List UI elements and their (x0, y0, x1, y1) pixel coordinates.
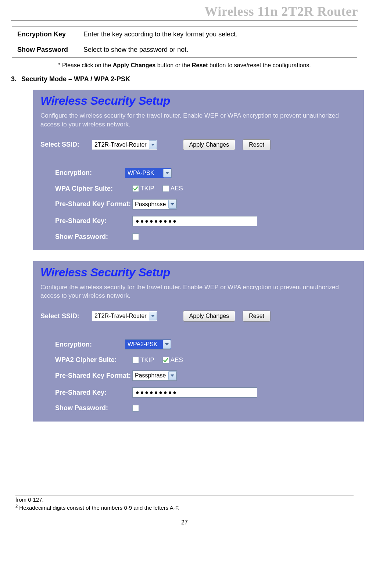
show-password-checkbox[interactable] (132, 233, 139, 240)
apply-changes-button[interactable]: Apply Changes (183, 139, 236, 150)
screenshot-panel-wpa: Wireless Security Setup Configure the wi… (33, 90, 364, 250)
cipher-label: WPA2 Cipher Suite: (40, 356, 132, 364)
tkip-label: TKIP (140, 356, 154, 364)
def-label: Encryption Key (12, 27, 78, 42)
def-desc: Enter the key according to the key forma… (78, 27, 357, 42)
show-password-checkbox[interactable] (132, 405, 139, 412)
chevron-down-icon (168, 200, 176, 209)
panel-title: Wireless Security Setup (40, 94, 357, 108)
chevron-down-icon (163, 340, 171, 349)
chevron-down-icon (149, 140, 157, 149)
screenshot-panel-wpa2: Wireless Security Setup Configure the wi… (33, 261, 364, 422)
ssid-select[interactable]: 2T2R-Travel-Router (92, 311, 157, 321)
psk-format-label: Pre-Shared Key Format: (40, 200, 132, 208)
reset-button[interactable]: Reset (243, 311, 271, 322)
table-row: Show Password Select to show the passwor… (12, 42, 357, 58)
ssid-select[interactable]: 2T2R-Travel-Router (92, 140, 157, 150)
ssid-label: Select SSID: (40, 141, 92, 148)
footnote-line: 2 Hexadecimal digits consist of the numb… (15, 503, 354, 512)
psk-input[interactable]: ●●●●●●●●● (132, 387, 257, 398)
chevron-down-icon (168, 371, 176, 380)
panel-description: Configure the wireless security for the … (40, 111, 357, 129)
def-label: Show Password (12, 42, 78, 58)
def-desc: Select to show the password or not. (78, 42, 357, 58)
tkip-label: TKIP (140, 185, 154, 192)
reset-button[interactable]: Reset (243, 139, 271, 150)
encryption-select[interactable]: WPA2-PSK (125, 339, 171, 349)
psk-format-select[interactable]: Passphrase (132, 199, 177, 209)
panel-title: Wireless Security Setup (40, 266, 357, 279)
show-password-label: Show Password: (40, 404, 132, 412)
table-row: Encryption Key Enter the key according t… (12, 27, 357, 42)
cipher-label: WPA Cipher Suite: (40, 185, 132, 193)
chevron-down-icon (163, 169, 171, 178)
aes-checkbox[interactable] (162, 185, 169, 192)
aes-label: AES (171, 356, 183, 364)
note-text: * Please click on the Apply Changes butt… (11, 62, 358, 69)
psk-label: Pre-Shared Key: (40, 217, 132, 225)
show-password-label: Show Password: (40, 233, 132, 241)
psk-format-label: Pre-Shared Key Format: (40, 372, 132, 380)
definition-table: Encryption Key Enter the key according t… (12, 26, 357, 58)
page-number: 27 (11, 519, 358, 526)
ssid-label: Select SSID: (40, 312, 92, 320)
psk-label: Pre-Shared Key: (40, 389, 132, 397)
footnote-line: from 0-127. (15, 496, 354, 503)
section-heading: 3.Security Mode – WPA / WPA 2-PSK (11, 75, 358, 83)
apply-changes-button[interactable]: Apply Changes (183, 311, 236, 322)
page-header: Wireless 11n 2T2R Router (11, 4, 358, 21)
encryption-label: Encryption: (40, 169, 125, 177)
tkip-checkbox[interactable] (132, 357, 139, 363)
psk-format-select[interactable]: Passphrase (132, 370, 177, 381)
page-title: Wireless 11n 2T2R Router (11, 4, 358, 19)
encryption-label: Encryption: (40, 341, 125, 348)
tkip-checkbox[interactable] (132, 185, 139, 192)
footnotes: from 0-127. 2 Hexadecimal digits consist… (15, 495, 354, 512)
aes-checkbox[interactable] (162, 357, 169, 363)
psk-input[interactable]: ●●●●●●●●● (132, 216, 257, 226)
encryption-select[interactable]: WPA-PSK (125, 168, 172, 178)
panel-description: Configure the wireless security for the … (40, 283, 357, 301)
chevron-down-icon (149, 312, 157, 320)
aes-label: AES (171, 185, 183, 192)
